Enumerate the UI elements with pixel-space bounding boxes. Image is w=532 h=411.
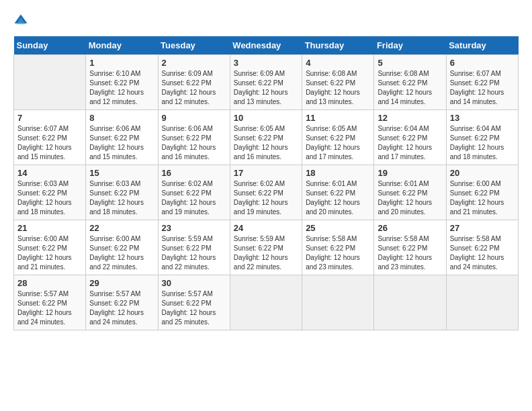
day-number: 15 bbox=[89, 168, 154, 178]
day-number: 20 bbox=[450, 168, 515, 178]
day-info: Sunrise: 5:57 AM Sunset: 6:22 PM Dayligh… bbox=[89, 289, 154, 327]
day-info: Sunrise: 6:00 AM Sunset: 6:22 PM Dayligh… bbox=[450, 179, 515, 217]
calendar-week-row: 7Sunrise: 6:07 AM Sunset: 6:22 PM Daylig… bbox=[14, 110, 519, 165]
day-number: 4 bbox=[306, 58, 370, 68]
calendar-cell: 5Sunrise: 6:08 AM Sunset: 6:22 PM Daylig… bbox=[374, 55, 446, 110]
day-info: Sunrise: 5:58 AM Sunset: 6:22 PM Dayligh… bbox=[306, 234, 370, 272]
day-number: 12 bbox=[378, 113, 442, 123]
logo bbox=[13, 13, 31, 28]
day-info: Sunrise: 6:05 AM Sunset: 6:22 PM Dayligh… bbox=[234, 124, 298, 162]
day-info: Sunrise: 6:08 AM Sunset: 6:22 PM Dayligh… bbox=[378, 69, 442, 107]
day-number: 14 bbox=[17, 168, 82, 178]
calendar-cell: 24Sunrise: 5:59 AM Sunset: 6:22 PM Dayli… bbox=[230, 220, 302, 275]
calendar-cell: 27Sunrise: 5:58 AM Sunset: 6:22 PM Dayli… bbox=[446, 220, 518, 275]
day-number: 5 bbox=[378, 58, 442, 68]
day-number: 16 bbox=[162, 168, 226, 178]
day-info: Sunrise: 6:04 AM Sunset: 6:22 PM Dayligh… bbox=[450, 124, 515, 162]
day-number: 19 bbox=[378, 168, 442, 178]
calendar-cell: 11Sunrise: 6:05 AM Sunset: 6:22 PM Dayli… bbox=[302, 110, 374, 165]
day-number: 1 bbox=[89, 58, 154, 68]
calendar-cell bbox=[302, 275, 374, 330]
day-info: Sunrise: 6:07 AM Sunset: 6:22 PM Dayligh… bbox=[450, 69, 515, 107]
day-info: Sunrise: 6:00 AM Sunset: 6:22 PM Dayligh… bbox=[17, 234, 82, 272]
calendar-cell: 12Sunrise: 6:04 AM Sunset: 6:22 PM Dayli… bbox=[374, 110, 446, 165]
day-number: 21 bbox=[17, 223, 82, 233]
day-number: 29 bbox=[89, 278, 154, 288]
calendar-table: SundayMondayTuesdayWednesdayThursdayFrid… bbox=[13, 36, 519, 330]
calendar-cell bbox=[374, 275, 446, 330]
calendar-cell: 6Sunrise: 6:07 AM Sunset: 6:22 PM Daylig… bbox=[446, 55, 518, 110]
day-number: 24 bbox=[234, 223, 298, 233]
day-info: Sunrise: 6:09 AM Sunset: 6:22 PM Dayligh… bbox=[162, 69, 226, 107]
calendar-cell: 23Sunrise: 5:59 AM Sunset: 6:22 PM Dayli… bbox=[158, 220, 230, 275]
day-number: 11 bbox=[306, 113, 370, 123]
day-info: Sunrise: 5:58 AM Sunset: 6:22 PM Dayligh… bbox=[450, 234, 515, 272]
calendar-cell: 13Sunrise: 6:04 AM Sunset: 6:22 PM Dayli… bbox=[446, 110, 518, 165]
day-info: Sunrise: 6:08 AM Sunset: 6:22 PM Dayligh… bbox=[306, 69, 370, 107]
calendar-cell: 29Sunrise: 5:57 AM Sunset: 6:22 PM Dayli… bbox=[86, 275, 158, 330]
calendar-header-row: SundayMondayTuesdayWednesdayThursdayFrid… bbox=[14, 36, 519, 55]
day-info: Sunrise: 6:01 AM Sunset: 6:22 PM Dayligh… bbox=[378, 179, 442, 217]
day-number: 17 bbox=[234, 168, 298, 178]
calendar-cell: 4Sunrise: 6:08 AM Sunset: 6:22 PM Daylig… bbox=[302, 55, 374, 110]
day-info: Sunrise: 6:01 AM Sunset: 6:22 PM Dayligh… bbox=[306, 179, 370, 217]
calendar-cell: 28Sunrise: 5:57 AM Sunset: 6:22 PM Dayli… bbox=[14, 275, 86, 330]
day-number: 6 bbox=[450, 58, 515, 68]
day-info: Sunrise: 6:06 AM Sunset: 6:22 PM Dayligh… bbox=[89, 124, 154, 162]
calendar-cell: 8Sunrise: 6:06 AM Sunset: 6:22 PM Daylig… bbox=[86, 110, 158, 165]
page-header bbox=[13, 13, 519, 28]
day-number: 8 bbox=[89, 113, 154, 123]
day-number: 23 bbox=[162, 223, 226, 233]
header-day-tuesday: Tuesday bbox=[158, 36, 230, 55]
day-number: 28 bbox=[17, 278, 82, 288]
day-number: 26 bbox=[378, 223, 442, 233]
day-number: 2 bbox=[162, 58, 226, 68]
calendar-cell: 21Sunrise: 6:00 AM Sunset: 6:22 PM Dayli… bbox=[14, 220, 86, 275]
calendar-cell: 19Sunrise: 6:01 AM Sunset: 6:22 PM Dayli… bbox=[374, 165, 446, 220]
day-number: 10 bbox=[234, 113, 298, 123]
day-number: 9 bbox=[162, 113, 226, 123]
calendar-cell: 22Sunrise: 6:00 AM Sunset: 6:22 PM Dayli… bbox=[86, 220, 158, 275]
calendar-cell: 1Sunrise: 6:10 AM Sunset: 6:22 PM Daylig… bbox=[86, 55, 158, 110]
calendar-cell: 15Sunrise: 6:03 AM Sunset: 6:22 PM Dayli… bbox=[86, 165, 158, 220]
calendar-cell: 25Sunrise: 5:58 AM Sunset: 6:22 PM Dayli… bbox=[302, 220, 374, 275]
calendar-week-row: 14Sunrise: 6:03 AM Sunset: 6:22 PM Dayli… bbox=[14, 165, 519, 220]
header-day-monday: Monday bbox=[86, 36, 158, 55]
calendar-cell: 30Sunrise: 5:57 AM Sunset: 6:22 PM Dayli… bbox=[158, 275, 230, 330]
header-day-saturday: Saturday bbox=[446, 36, 518, 55]
day-info: Sunrise: 6:07 AM Sunset: 6:22 PM Dayligh… bbox=[17, 124, 82, 162]
calendar-week-row: 28Sunrise: 5:57 AM Sunset: 6:22 PM Dayli… bbox=[14, 275, 519, 330]
header-day-thursday: Thursday bbox=[302, 36, 374, 55]
day-info: Sunrise: 5:57 AM Sunset: 6:22 PM Dayligh… bbox=[17, 289, 82, 327]
day-info: Sunrise: 5:59 AM Sunset: 6:22 PM Dayligh… bbox=[234, 234, 298, 272]
calendar-week-row: 1Sunrise: 6:10 AM Sunset: 6:22 PM Daylig… bbox=[14, 55, 519, 110]
day-number: 18 bbox=[306, 168, 370, 178]
day-info: Sunrise: 6:03 AM Sunset: 6:22 PM Dayligh… bbox=[89, 179, 154, 217]
day-info: Sunrise: 6:03 AM Sunset: 6:22 PM Dayligh… bbox=[17, 179, 82, 217]
header-day-sunday: Sunday bbox=[14, 36, 86, 55]
calendar-cell: 9Sunrise: 6:06 AM Sunset: 6:22 PM Daylig… bbox=[158, 110, 230, 165]
day-info: Sunrise: 6:10 AM Sunset: 6:22 PM Dayligh… bbox=[89, 69, 154, 107]
day-number: 25 bbox=[306, 223, 370, 233]
day-info: Sunrise: 6:06 AM Sunset: 6:22 PM Dayligh… bbox=[162, 124, 226, 162]
day-number: 22 bbox=[89, 223, 154, 233]
day-number: 30 bbox=[162, 278, 226, 288]
day-info: Sunrise: 6:02 AM Sunset: 6:22 PM Dayligh… bbox=[234, 179, 298, 217]
calendar-cell bbox=[230, 275, 302, 330]
calendar-cell bbox=[14, 55, 86, 110]
calendar-cell: 17Sunrise: 6:02 AM Sunset: 6:22 PM Dayli… bbox=[230, 165, 302, 220]
day-info: Sunrise: 5:59 AM Sunset: 6:22 PM Dayligh… bbox=[162, 234, 226, 272]
day-info: Sunrise: 6:04 AM Sunset: 6:22 PM Dayligh… bbox=[378, 124, 442, 162]
calendar-cell: 16Sunrise: 6:02 AM Sunset: 6:22 PM Dayli… bbox=[158, 165, 230, 220]
day-number: 7 bbox=[17, 113, 82, 123]
day-number: 13 bbox=[450, 113, 515, 123]
day-info: Sunrise: 5:58 AM Sunset: 6:22 PM Dayligh… bbox=[378, 234, 442, 272]
calendar-cell: 10Sunrise: 6:05 AM Sunset: 6:22 PM Dayli… bbox=[230, 110, 302, 165]
calendar-cell: 3Sunrise: 6:09 AM Sunset: 6:22 PM Daylig… bbox=[230, 55, 302, 110]
day-info: Sunrise: 6:02 AM Sunset: 6:22 PM Dayligh… bbox=[162, 179, 226, 217]
day-number: 27 bbox=[450, 223, 515, 233]
calendar-week-row: 21Sunrise: 6:00 AM Sunset: 6:22 PM Dayli… bbox=[14, 220, 519, 275]
day-info: Sunrise: 5:57 AM Sunset: 6:22 PM Dayligh… bbox=[162, 289, 226, 327]
calendar-cell: 7Sunrise: 6:07 AM Sunset: 6:22 PM Daylig… bbox=[14, 110, 86, 165]
calendar-cell: 26Sunrise: 5:58 AM Sunset: 6:22 PM Dayli… bbox=[374, 220, 446, 275]
